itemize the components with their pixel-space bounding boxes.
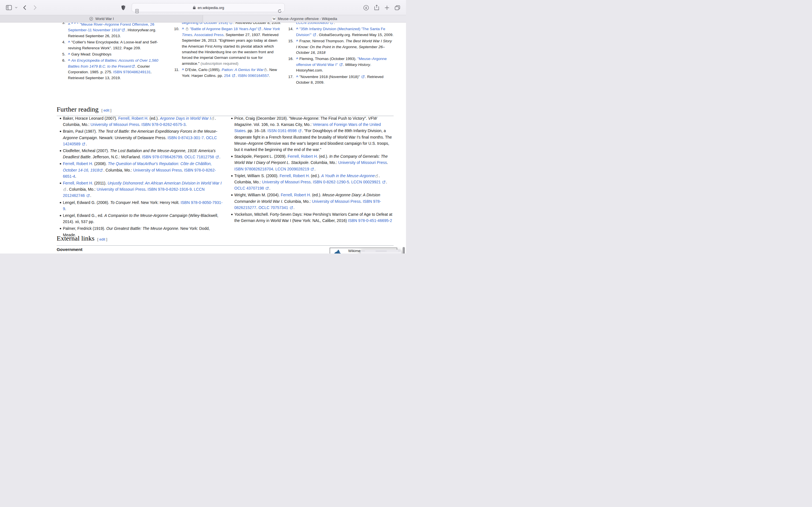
text-link[interactable]: ISBN 0-8262-1290-5: [313, 180, 349, 184]
text-link[interactable]: a b c: [71, 22, 80, 24]
text-link[interactable]: OCLC 43707198: [234, 186, 265, 190]
tab-overview-icon[interactable]: [394, 0, 401, 15]
text-run: . Columbia, Mo.:: [308, 160, 338, 165]
reference-number: 5.: [57, 52, 65, 57]
text-link[interactable]: Associated Press: [194, 33, 223, 37]
text-link[interactable]: ^: [68, 52, 70, 56]
lock-icon: [264, 68, 267, 71]
text-link[interactable]: ^: [296, 57, 298, 61]
url-field[interactable]: en.wikipedia.org: [132, 3, 285, 12]
text-link[interactable]: ^: [296, 39, 298, 43]
downloads-icon[interactable]: [363, 0, 369, 15]
text-link[interactable]: LCCN 00029921: [351, 180, 382, 184]
text-link[interactable]: "Battle of Argonne Began 18 Years Ago": [190, 27, 257, 31]
text-link[interactable]: ISBN 9780826218704: [234, 167, 273, 171]
text-link[interactable]: Ferrell, Robert H.: [280, 173, 310, 178]
external-link-icon[interactable]: [100, 169, 103, 172]
screenshot-preview-window[interactable]: [360, 249, 402, 253]
text-link[interactable]: ISBN 978-0-451-46695-2: [348, 218, 392, 223]
external-link-icon[interactable]: [311, 168, 314, 171]
text-link[interactable]: ^: [296, 27, 298, 31]
text-link[interactable]: Ferrell, Robert H.: [118, 116, 148, 121]
external-link-icon[interactable]: [132, 65, 135, 68]
text-link[interactable]: Ferrell, Robert H.: [281, 193, 311, 197]
text-link[interactable]: ISBN 978-0-8262-1916-9: [147, 187, 192, 191]
privacy-shield-icon[interactable]: [120, 0, 126, 15]
text-link[interactable]: ^: [182, 68, 184, 72]
forward-button[interactable]: [32, 0, 38, 15]
text-link[interactable]: ^: [68, 22, 71, 26]
external-link-icon[interactable]: [361, 75, 364, 78]
text-link[interactable]: A Youth in the Meuse-Argonne: [321, 173, 375, 178]
text-link[interactable]: OCLC 70757341: [259, 205, 289, 210]
preview-tab-strip: [361, 252, 401, 253]
text-link[interactable]: University of Missouri Press: [338, 160, 387, 165]
tab-world-war-i[interactable]: World War I: [0, 15, 203, 22]
external-link-icon[interactable]: [258, 27, 261, 31]
text-run: .: [314, 167, 315, 171]
compass-icon: [89, 17, 93, 20]
text-link[interactable]: ^: [296, 75, 298, 79]
text-link[interactable]: Ferrell, Robert H.: [63, 181, 93, 185]
text-run: Price, Craig (December 2018). "Meuse-Arg…: [234, 116, 368, 121]
text-link[interactable]: ^: [68, 58, 70, 62]
text-link[interactable]: ISSN 0161-8598: [267, 128, 298, 133]
external-link-icon[interactable]: [290, 206, 293, 209]
text-run: .: [75, 174, 77, 179]
chevron-down-icon[interactable]: [14, 0, 18, 15]
external-link-icon[interactable]: [230, 22, 233, 24]
text-link[interactable]: University of Missouri Press: [91, 122, 139, 127]
text-link[interactable]: ^: [182, 27, 184, 31]
text-link[interactable]: Unjustly Dishonored: An African American…: [107, 181, 221, 185]
external-link-icon[interactable]: [382, 180, 386, 184]
url-text[interactable]: en.wikipedia.org: [198, 6, 224, 10]
text-link[interactable]: University of Missouri Press: [97, 187, 146, 191]
text-run: D'Este, Carlo (1995).: [184, 68, 221, 72]
text-run: .: [65, 207, 66, 211]
text-link[interactable]: ISBN 978-0786426799: [142, 155, 182, 159]
external-link-icon[interactable]: [122, 29, 125, 32]
text-link[interactable]: ISBN 0060164557: [238, 73, 269, 78]
text-run: Triplet, William S. (2000).: [234, 173, 280, 178]
edit-link[interactable]: edit: [103, 108, 109, 112]
back-button[interactable]: [21, 0, 28, 15]
external-link-icon[interactable]: [82, 143, 85, 146]
external-link-icon[interactable]: [313, 33, 316, 36]
text-run: (ed.).: [148, 116, 160, 121]
text-link[interactable]: Patton: A Genius for War: [221, 68, 264, 72]
external-link-icon[interactable]: [216, 156, 219, 159]
new-tab-icon[interactable]: [384, 0, 390, 15]
text-link[interactable]: ^: [68, 40, 70, 44]
bracket: ]: [106, 237, 107, 241]
text-link[interactable]: ISBN 0-87413-301-7: [167, 135, 204, 140]
edit-link[interactable]: edit: [99, 237, 105, 241]
external-link-icon[interactable]: [340, 63, 343, 66]
text-link[interactable]: Argonne Days in World War I: [160, 116, 211, 121]
text-link[interactable]: OCLC 71812758: [185, 155, 215, 159]
text-link[interactable]: University of Missouri Press: [312, 199, 361, 204]
external-link-icon[interactable]: [330, 22, 333, 24]
text-link[interactable]: LCCN 2009028219: [275, 167, 310, 171]
external-link-icon[interactable]: [87, 194, 90, 197]
text-link[interactable]: Ferrell, Robert H.: [63, 161, 93, 166]
text-link[interactable]: ISBN 978-0-8262-6575-3: [142, 122, 186, 127]
open-lock-icon: [375, 174, 378, 177]
text-run: "Collier's New Encyclopedia: A Loose-lea…: [68, 40, 158, 50]
text-run: .: [269, 73, 270, 78]
external-link-icon[interactable]: [298, 129, 301, 132]
tab-meuse-argonne[interactable]: W Meuse–Argonne offensive - Wikipedia: [203, 15, 406, 22]
text-link[interactable]: beginning of October 1918): [182, 22, 229, 25]
external-link-icon[interactable]: [232, 74, 235, 77]
text-link[interactable]: University of Missouri Press: [133, 168, 182, 172]
bracket: [: [101, 108, 103, 112]
text-run: (2011).: [93, 181, 107, 185]
text-link[interactable]: 254: [224, 73, 232, 78]
text-link[interactable]: ISBN 9780486249131: [113, 70, 151, 74]
text-link[interactable]: University of Missouri Press: [262, 180, 311, 184]
sidebar-toggle-icon[interactable]: [5, 0, 12, 15]
external-link-icon[interactable]: [266, 187, 269, 190]
scrollbar-thumb[interactable]: [403, 247, 405, 253]
text-link[interactable]: Ferrell, Robert H.: [288, 154, 318, 159]
share-icon[interactable]: [373, 0, 380, 15]
text-link[interactable]: LCCN 2004004800: [296, 22, 329, 25]
